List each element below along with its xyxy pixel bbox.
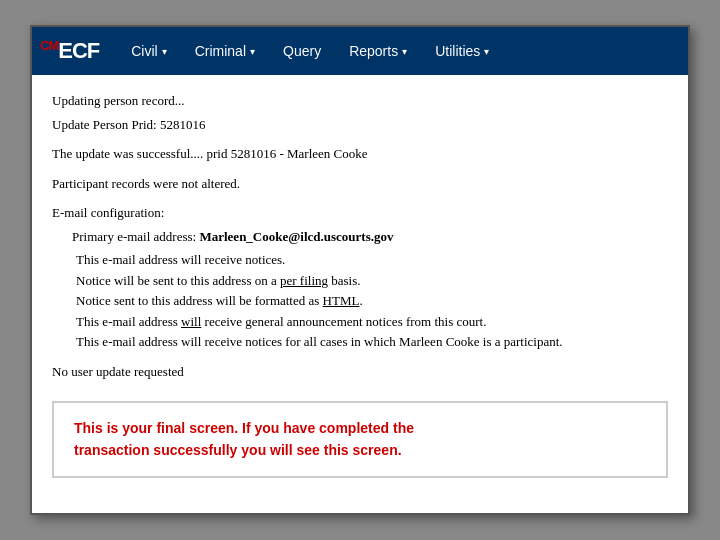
final-note-line2: transaction successfully you will see th… — [74, 439, 646, 461]
reports-chevron-icon: ▾ — [402, 46, 407, 57]
nav-criminal-label: Criminal — [195, 43, 246, 59]
primary-email-value: Marleen_Cooke@ilcd.uscourts.gov — [199, 229, 393, 244]
email-config-label: E-mail configuration: — [52, 203, 668, 223]
email-detail-1: This e-mail address will receive notices… — [76, 250, 668, 270]
nav-civil-label: Civil — [131, 43, 157, 59]
participant-records: Participant records were not altered. — [52, 174, 668, 194]
civil-chevron-icon: ▾ — [162, 46, 167, 57]
nav-criminal[interactable]: Criminal ▾ — [183, 39, 267, 63]
final-note-line1: This is your final screen. If you have c… — [74, 417, 646, 439]
nav-utilities-label: Utilities — [435, 43, 480, 59]
nav-reports[interactable]: Reports ▾ — [337, 39, 419, 63]
update-success: The update was successful.... prid 52810… — [52, 144, 668, 164]
update-line2: Update Person Prid: 5281016 — [52, 115, 668, 135]
primary-email-label: Primary e-mail address: — [72, 229, 196, 244]
email-detail-5: This e-mail address will receive notices… — [76, 332, 668, 352]
update-line1: Updating person record... — [52, 91, 668, 111]
nav-items: Civil ▾ Criminal ▾ Query Reports ▾ Utili… — [119, 39, 501, 63]
will-underline: will — [181, 314, 201, 329]
email-details: This e-mail address will receive notices… — [76, 250, 668, 352]
logo-cm: CM — [40, 38, 58, 53]
email-detail-4: This e-mail address will receive general… — [76, 312, 668, 332]
nav-civil[interactable]: Civil ▾ — [119, 39, 178, 63]
final-note-box: This is your final screen. If you have c… — [52, 401, 668, 478]
primary-email-row: Primary e-mail address: Marleen_Cooke@il… — [72, 227, 668, 247]
nav-reports-label: Reports — [349, 43, 398, 59]
utilities-chevron-icon: ▾ — [484, 46, 489, 57]
content-area: Updating person record... Update Person … — [32, 75, 688, 513]
html-underline: HTML — [323, 293, 360, 308]
per-filing-underline: per filing — [280, 273, 328, 288]
criminal-chevron-icon: ▾ — [250, 46, 255, 57]
email-detail-2: Notice will be sent to this address on a… — [76, 271, 668, 291]
navbar: CMECF Civil ▾ Criminal ▾ Query Reports ▾… — [32, 27, 688, 75]
no-user-update: No user update requested — [52, 362, 668, 382]
logo: CMECF — [40, 38, 99, 64]
nav-query-label: Query — [283, 43, 321, 59]
email-detail-3: Notice sent to this address will be form… — [76, 291, 668, 311]
nav-utilities[interactable]: Utilities ▾ — [423, 39, 501, 63]
email-config-text: E-mail configuration: — [52, 205, 164, 220]
logo-area: CMECF — [40, 38, 99, 64]
main-window: CMECF Civil ▾ Criminal ▾ Query Reports ▾… — [30, 25, 690, 515]
email-section: E-mail configuration: Primary e-mail add… — [52, 203, 668, 352]
nav-query[interactable]: Query — [271, 39, 333, 63]
